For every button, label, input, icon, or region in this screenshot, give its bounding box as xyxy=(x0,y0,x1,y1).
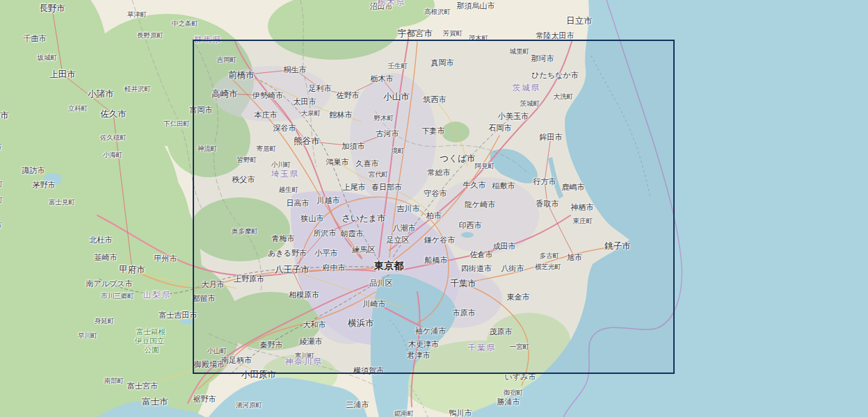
lake-suwa xyxy=(44,173,62,186)
map-canvas[interactable]: 長野市草津町中之条町長野原町千曲市坂城町上田市軽井沢町小諸市立科町佐久市下仁田町… xyxy=(0,0,868,417)
selection-rectangle[interactable] xyxy=(193,40,675,374)
lake-kawaguchi xyxy=(179,319,193,325)
